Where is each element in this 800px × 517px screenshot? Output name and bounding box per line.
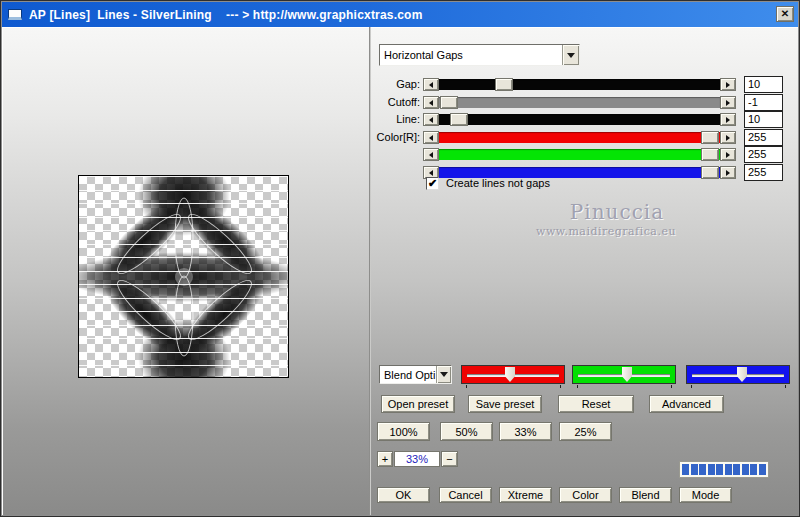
arrow-right-icon	[726, 82, 733, 88]
slider-thumb[interactable]	[701, 166, 719, 179]
slider-row-line: Line: 10	[2, 111, 800, 128]
slider-label: Line:	[370, 111, 420, 127]
plugin-window: AP [Lines] Lines - SilverLining --- > ht…	[0, 0, 800, 517]
window-title: AP [Lines] Lines - SilverLining --- > ht…	[29, 8, 423, 22]
progress-segment	[716, 464, 723, 475]
tick-mark	[691, 385, 692, 388]
progress-segment	[682, 464, 689, 475]
reset-button[interactable]: Reset	[558, 395, 634, 413]
arrow-left-icon	[426, 117, 433, 123]
slider-value-field[interactable]: -1	[744, 94, 783, 111]
advanced-button[interactable]: Advanced	[649, 395, 724, 413]
gap-slider[interactable]	[423, 78, 736, 91]
watermark-url: www.maidiregrafica.eu	[516, 225, 696, 238]
blend-dropdown-button[interactable]	[436, 366, 451, 383]
arrow-left-icon	[426, 170, 433, 176]
slider-thumb[interactable]	[701, 131, 719, 144]
slider-row-cutoff: Cutoff: -1	[2, 94, 800, 111]
preview-image[interactable]	[78, 175, 289, 378]
slider-label: Cutoff:	[370, 94, 420, 110]
mode-dropdown-value: Horizontal Gaps	[380, 49, 562, 61]
watermark-name: Pinuccia	[542, 200, 692, 224]
blend-dropdown[interactable]: Blend Opti	[379, 365, 452, 384]
cancel-button[interactable]: Cancel	[439, 487, 492, 503]
tick-mark	[577, 385, 578, 388]
create-lines-checkbox[interactable]: ✔	[426, 177, 439, 190]
slider-track[interactable]	[439, 97, 720, 108]
slider-thumb[interactable]	[737, 367, 747, 382]
slider-left-arrow[interactable]	[423, 96, 439, 109]
ok-button[interactable]: OK	[377, 487, 430, 503]
color-r-slider[interactable]	[423, 131, 736, 144]
zoom-50-button[interactable]: 50%	[440, 422, 493, 441]
arrow-right-icon	[726, 100, 733, 106]
progress-bar	[679, 461, 769, 478]
arrow-right-icon	[726, 170, 733, 176]
cutoff-slider[interactable]	[423, 96, 736, 109]
slider-thumb[interactable]	[440, 96, 458, 109]
slider-thumb[interactable]	[495, 78, 513, 91]
app-icon	[8, 9, 22, 20]
title-bar[interactable]: AP [Lines] Lines - SilverLining --- > ht…	[2, 2, 798, 27]
slider-right-arrow[interactable]	[720, 131, 736, 144]
red-channel-slider[interactable]	[461, 365, 565, 384]
slider-thumb[interactable]	[701, 148, 719, 161]
mode-dropdown[interactable]: Horizontal Gaps	[379, 44, 580, 66]
slider-thumb[interactable]	[505, 367, 515, 382]
arrow-left-icon	[426, 152, 433, 158]
line-slider[interactable]	[423, 113, 736, 126]
close-button[interactable]: ✕	[776, 6, 794, 22]
slider-left-arrow[interactable]	[423, 78, 439, 91]
zoom-33-button[interactable]: 33%	[499, 422, 552, 441]
slider-left-arrow[interactable]	[423, 131, 439, 144]
dialog-body: Horizontal Gaps Gap: 10 Cutoff: -1 Line:	[2, 27, 798, 515]
slider-right-arrow[interactable]	[720, 96, 736, 109]
slider-track[interactable]	[439, 149, 720, 160]
xtreme-button[interactable]: Xtreme	[499, 487, 552, 503]
slider-thumb[interactable]	[622, 367, 632, 382]
mode-button[interactable]: Mode	[679, 487, 732, 503]
color-g-slider[interactable]	[423, 148, 736, 161]
create-lines-label: Create lines not gaps	[446, 177, 550, 189]
zoom-in-button[interactable]: +	[377, 451, 393, 467]
slider-track[interactable]	[439, 79, 720, 90]
slider-value-field[interactable]: 255	[744, 129, 783, 146]
progress-segment	[742, 464, 749, 475]
arrow-right-icon	[726, 135, 733, 141]
slider-track[interactable]	[439, 132, 720, 143]
arrow-left-icon	[426, 100, 433, 106]
slider-track[interactable]	[439, 114, 720, 125]
zoom-100-button[interactable]: 100%	[377, 422, 430, 441]
slider-left-arrow[interactable]	[423, 113, 439, 126]
slider-value-field[interactable]: 255	[744, 164, 783, 181]
blue-channel-slider[interactable]	[686, 365, 790, 384]
green-channel-slider[interactable]	[572, 365, 676, 384]
zoom-25-button[interactable]: 25%	[559, 422, 612, 441]
arrow-right-icon	[726, 152, 733, 158]
chevron-down-icon	[440, 372, 448, 381]
slider-value-field[interactable]: 10	[744, 76, 783, 93]
mode-dropdown-button[interactable]	[562, 45, 579, 65]
slider-right-arrow[interactable]	[720, 78, 736, 91]
slider-value-field[interactable]: 255	[744, 146, 783, 163]
blend-dropdown-value: Blend Opti	[380, 369, 436, 381]
slider-right-arrow[interactable]	[720, 148, 736, 161]
tick-mark	[560, 385, 561, 388]
slider-left-arrow[interactable]	[423, 148, 439, 161]
slider-right-arrow[interactable]	[720, 166, 736, 179]
save-preset-button[interactable]: Save preset	[468, 395, 542, 413]
blend-button[interactable]: Blend	[619, 487, 672, 503]
slider-thumb[interactable]	[450, 113, 468, 126]
slider-row-gap: Gap: 10	[2, 76, 800, 93]
zoom-level-field[interactable]: 33%	[394, 451, 440, 467]
progress-segment	[750, 464, 757, 475]
scanline-overlay	[79, 176, 288, 377]
slider-value-field[interactable]: 10	[744, 111, 783, 128]
open-preset-button[interactable]: Open preset	[381, 395, 455, 413]
close-icon: ✕	[781, 8, 789, 19]
zoom-out-button[interactable]: −	[441, 451, 458, 467]
slider-right-arrow[interactable]	[720, 113, 736, 126]
progress-segment	[699, 464, 706, 475]
progress-segment	[691, 464, 698, 475]
color-button[interactable]: Color	[559, 487, 612, 503]
